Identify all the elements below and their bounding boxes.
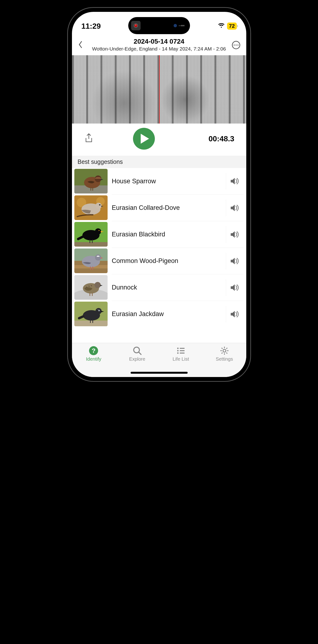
- timecode: 00:48.3: [194, 134, 234, 143]
- recording-header: 2024-05-14 0724 Wotton-Under-Edge, Engla…: [72, 36, 246, 55]
- play-sample-button[interactable]: [226, 226, 243, 243]
- svg-line-21: [226, 352, 227, 354]
- dynamic-island: [128, 17, 190, 34]
- bird-thumbnail: [74, 248, 108, 273]
- suggestion-row[interactable]: House Sparrow: [72, 168, 246, 194]
- play-sample-button[interactable]: [226, 279, 243, 296]
- play-sample-button[interactable]: [226, 200, 243, 216]
- bird-thumbnail: [74, 302, 108, 326]
- svg-rect-12: [180, 350, 185, 351]
- back-button[interactable]: [78, 40, 87, 50]
- suggestion-row[interactable]: Eurasian Jackdaw: [72, 301, 246, 327]
- more-button[interactable]: [231, 40, 241, 50]
- home-indicator: [131, 372, 188, 374]
- tab-label: Identify: [86, 356, 101, 362]
- playback-controls: 00:48.3: [72, 124, 246, 156]
- svg-line-8: [139, 352, 141, 354]
- svg-point-11: [177, 350, 179, 352]
- tab-gear[interactable]: Settings: [203, 346, 246, 377]
- signal-icon: [179, 25, 184, 26]
- suggestion-row[interactable]: Eurasian Collared-Dove: [72, 194, 246, 221]
- suggestions-header: Best suggestions: [72, 156, 246, 168]
- bird-thumbnail: [74, 196, 108, 220]
- playhead-indicator: [159, 55, 160, 124]
- svg-line-23: [222, 352, 223, 354]
- recording-title: 2024-05-14 0724: [87, 38, 231, 45]
- tab-label: Life List: [173, 356, 189, 362]
- bird-thumbnail: [74, 169, 108, 194]
- svg-line-22: [226, 348, 227, 349]
- svg-rect-14: [180, 352, 185, 354]
- tab-identify[interactable]: ? Identify: [72, 346, 116, 377]
- svg-point-9: [177, 348, 179, 349]
- bird-name: Dunnock: [112, 284, 224, 291]
- live-activity-icon: [131, 21, 140, 30]
- suggestion-row[interactable]: Dunnock: [72, 274, 246, 301]
- status-time: 11:29: [81, 22, 101, 30]
- identify-icon: ?: [89, 346, 98, 356]
- svg-point-13: [177, 352, 179, 354]
- bird-name: Eurasian Collared-Dove: [112, 204, 224, 212]
- list-icon: [176, 346, 186, 356]
- bird-name: Common Wood-Pigeon: [112, 257, 224, 264]
- battery-level: 72: [227, 22, 237, 30]
- svg-point-3: [233, 44, 234, 45]
- play-button[interactable]: [133, 128, 155, 150]
- bird-thumbnail: [74, 275, 108, 300]
- gear-icon: [220, 346, 229, 356]
- svg-marker-6: [140, 134, 149, 144]
- share-button[interactable]: [84, 133, 94, 145]
- svg-point-5: [237, 44, 238, 45]
- play-sample-button[interactable]: [226, 253, 243, 269]
- play-sample-button[interactable]: [226, 173, 243, 190]
- svg-point-15: [223, 349, 226, 352]
- bird-name: Eurasian Jackdaw: [112, 310, 224, 318]
- play-sample-button[interactable]: [226, 306, 243, 322]
- svg-point-4: [235, 44, 236, 45]
- recording-subtitle: Wotton-Under-Edge, England - 14 May 2024…: [87, 46, 231, 52]
- bird-name: House Sparrow: [112, 178, 224, 185]
- svg-line-20: [222, 348, 223, 349]
- bird-thumbnail: [74, 222, 108, 246]
- wifi-icon: [218, 23, 225, 29]
- suggestion-row[interactable]: Common Wood-Pigeon: [72, 248, 246, 274]
- suggestion-row[interactable]: Eurasian Blackbird: [72, 221, 246, 248]
- suggestions-list: House Sparrow Eurasian Collared-Dove: [72, 168, 246, 327]
- svg-rect-10: [180, 348, 185, 349]
- tab-label: Explore: [129, 356, 145, 362]
- bird-name: Eurasian Blackbird: [112, 231, 224, 238]
- spectrogram[interactable]: [72, 55, 246, 124]
- tab-label: Settings: [216, 356, 233, 362]
- search-icon: [132, 346, 142, 356]
- camera-dot-icon: [174, 24, 177, 27]
